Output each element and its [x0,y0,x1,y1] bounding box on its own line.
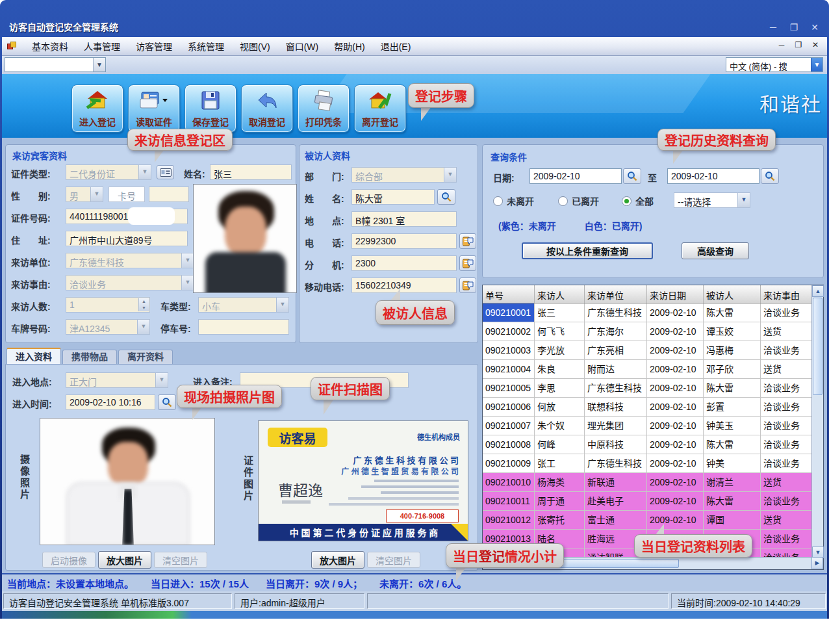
card-no-field[interactable] [149,187,189,202]
dial-ext-button[interactable] [459,255,476,271]
vehicle-type-select[interactable]: 小车▼ [198,297,289,313]
app-icon [7,42,18,51]
cancel-register-button[interactable]: 取消登记 [241,84,293,133]
radio-left[interactable]: 已离开 [558,194,599,207]
table-row[interactable]: 090210001 张三 广东德生科技 2009-02-10 陈大雷 洽谈业务 [483,303,823,322]
dept-select[interactable]: 综合部▼ [351,167,457,183]
clear-photo-button[interactable]: 清空图片 [154,552,207,568]
chevron-down-icon[interactable]: ▼ [811,58,823,71]
table-row[interactable]: 090210002 何飞飞 广东海尔 2009-02-10 谭玉姣 送货 [483,322,823,341]
idcard-logo: 访客易 [268,428,327,447]
col-header[interactable]: 来访人 [535,285,585,303]
table-row[interactable]: 090210005 李思 广东德生科技 2009-02-10 陈大雷 洽谈业务 [483,379,823,398]
radio-icon [558,196,568,206]
date-from-field[interactable]: 2009-02-10 [529,168,622,184]
menu-view[interactable]: 视图(V) [232,37,278,55]
filter-select[interactable]: --请选择▼ [674,192,750,208]
table-row[interactable]: 090210004 朱良 附而达 2009-02-10 邓子欣 送货 [483,360,823,379]
phone-field[interactable]: 22992300 [351,233,457,249]
save-register-button[interactable]: 保存登记 [185,84,236,133]
menu-help[interactable]: 帮助(H) [326,37,372,55]
menu-basic-data[interactable]: 基本资料 [24,37,76,55]
menu-visitor[interactable]: 访客管理 [128,37,180,55]
search-icon [765,171,775,181]
secondary-toolbar: ▼ 中文 (简体) - 搜 ▼ [2,56,827,74]
visitor-name-field[interactable]: 张三 [210,164,292,180]
scroll-up-icon[interactable]: ▲ [812,285,824,297]
enlarge-idcard-button[interactable]: 放大图片 [311,551,364,569]
scroll-thumb[interactable] [813,298,823,395]
table-row[interactable]: 090210010 杨海类 新联通 2009-02-10 谢清兰 送货 [483,473,823,492]
col-header[interactable]: 单号 [483,285,535,303]
address-field[interactable]: 广州市中山大道89号 [66,231,188,246]
date-to-picker-button[interactable] [761,168,779,184]
child-minimize-icon[interactable]: ─ [775,40,788,51]
plate-select[interactable]: 津A12345▼ [66,319,150,335]
advanced-query-button[interactable]: 高级查询 [682,242,749,259]
child-restore-icon[interactable]: ❐ [792,40,805,51]
entry-time-picker-button[interactable] [158,394,176,410]
leave-house-icon [368,88,392,113]
id-type-select[interactable]: 二代身份证▼ [66,164,151,180]
visit-company-select[interactable]: 广东德生科技▼ [66,253,194,268]
visited-place-field[interactable]: B幢 2301 室 [351,211,457,227]
start-camera-button[interactable]: 启动摄像 [42,552,96,568]
close-icon[interactable]: ✕ [807,21,823,34]
idcard-band: 中 国 第 二 代 身 份 证 应 用 服 务 商 [259,524,468,541]
table-row[interactable]: 090210012 张寄托 富士通 2009-02-10 谭国 送货 [483,511,823,530]
col-header[interactable]: 来访事由 [761,285,813,303]
enlarge-photo-button[interactable]: 放大图片 [98,551,151,569]
col-header[interactable]: 被访人 [704,285,761,303]
radio-all[interactable]: 全部 [622,194,654,207]
dial-phone-button[interactable] [459,233,476,249]
leave-register-button[interactable]: 离开登记 [354,84,406,133]
phone-note-icon [463,236,474,246]
clear-idcard-button[interactable]: 清空图片 [367,552,420,568]
date-to-field[interactable]: 2009-02-10 [667,168,759,184]
lookup-person-button[interactable] [437,189,455,205]
mobile-field[interactable]: 15602210349 [351,277,457,293]
gender-select[interactable]: 男▼ [66,187,103,202]
print-slip-button[interactable]: 打印凭条 [298,84,350,133]
table-row[interactable]: 090210011 周于通 赴美电子 2009-02-10 陈大雷 洽谈业务 [483,492,823,511]
menu-system[interactable]: 系统管理 [180,37,232,55]
child-close-icon[interactable]: ✕ [809,40,822,51]
entry-time-field[interactable]: 2009-02-10 10:16 [66,394,155,410]
table-row[interactable]: 090210008 何峰 中原科技 2009-02-10 陈大雷 洽谈业务 [483,435,823,454]
table-row[interactable]: 090210009 张工 广东德生科技 2009-02-10 钟美 洽谈业务 [483,454,823,473]
tab-carried-items[interactable]: 携带物品 [62,350,117,364]
chevron-down-icon[interactable]: ▼ [93,58,105,71]
read-id-button[interactable]: 读取证件 [128,84,180,133]
vertical-scrollbar[interactable]: ▲ ▼ [811,285,823,558]
table-row[interactable]: 090210003 李光放 广东亮相 2009-02-10 冯惠梅 洽谈业务 [483,341,823,360]
parking-no-field[interactable] [198,319,289,335]
quick-search-combo[interactable]: ▼ [5,57,106,72]
entry-place-select[interactable]: 正大门▼ [66,372,168,388]
date-from-picker-button[interactable] [623,168,641,184]
tab-entry-info[interactable]: 进入资料 [6,348,61,364]
read-card-small-button[interactable] [157,165,174,179]
menu-window[interactable]: 窗口(W) [278,37,327,55]
menu-exit[interactable]: 退出(E) [373,37,419,55]
table-row[interactable]: 090210007 朱个奴 理光集团 2009-02-10 钟美玉 洽谈业务 [483,417,823,435]
table-row[interactable]: 090210006 何放 联想科技 2009-02-10 彭置 洽谈业务 [483,398,823,417]
visited-name-field[interactable]: 陈大雷 [351,189,435,205]
restore-icon[interactable]: ❐ [786,21,802,34]
requery-button[interactable]: 按以上条件重新查询 [522,242,653,259]
col-header[interactable]: 来访日期 [647,285,704,303]
visitor-count-stepper[interactable]: 1 ▲▼ [66,297,150,313]
enter-register-button[interactable]: 进入登记 [71,84,123,133]
col-header[interactable]: 来访单位 [585,285,647,303]
status-spacer [367,593,669,609]
extension-field[interactable]: 2300 [351,255,457,271]
scroll-right-icon[interactable]: ▶ [811,557,823,569]
language-bar[interactable]: 中文 (简体) - 搜 ▼ [726,57,823,72]
visitor-info-panel: 来访宾客资料 证件类型: 二代身份证▼ 姓名: 张三 性 别: 男▼ 卡号 证件… [5,144,296,343]
radio-not-left[interactable]: 未离开 [493,194,534,207]
visit-reason-select[interactable]: 洽谈业务▼ [66,275,194,290]
menu-hr[interactable]: 人事管理 [76,37,128,55]
left-count-text: 当日离开：9次 / 9人； [266,576,363,590]
minimize-icon[interactable]: ─ [765,21,781,34]
dial-mobile-button[interactable] [459,277,476,293]
tab-leave-info[interactable]: 离开资料 [118,350,173,364]
